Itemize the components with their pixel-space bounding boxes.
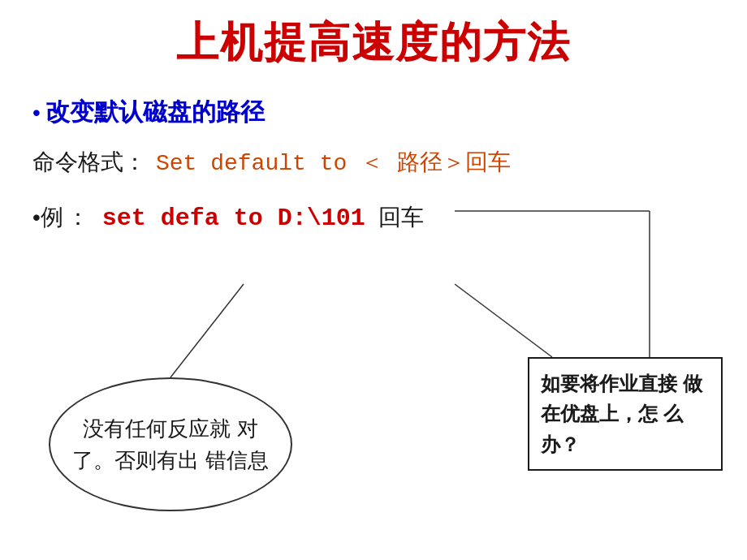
callout-ellipse-text: 没有任何反应就 对了。否则有出 错信息 bbox=[50, 405, 291, 485]
cmd-code: Set default to ＜ 路径＞回车 bbox=[156, 147, 511, 178]
example-line: •例 ： set defa to D:\101 回车 bbox=[0, 202, 747, 233]
ex-enter: 回车 bbox=[378, 202, 424, 233]
callout-rect: 如要将作业直接 做在优盘上，怎 么办？ bbox=[528, 357, 723, 471]
ex-code: set defa to D:\101 bbox=[102, 205, 365, 232]
bullet-text-1: 改变默认磁盘的路径 bbox=[45, 96, 265, 129]
svg-line-1 bbox=[455, 284, 552, 357]
bullet-dot-1: • bbox=[32, 100, 41, 126]
callout-rect-text: 如要将作业直接 做在优盘上，怎 么办？ bbox=[541, 368, 710, 459]
page-title: 上机提高速度的方法 bbox=[0, 0, 747, 80]
cmd-label: 命令格式： bbox=[32, 147, 146, 178]
callout-ellipse: 没有任何反应就 对了。否则有出 错信息 bbox=[49, 377, 292, 511]
ex-colon: ： bbox=[67, 202, 89, 233]
bullet-item-1: • 改变默认磁盘的路径 bbox=[0, 96, 747, 129]
command-line: 命令格式： Set default to ＜ 路径＞回车 bbox=[0, 147, 747, 178]
ex-bullet: •例 bbox=[32, 202, 63, 233]
svg-line-0 bbox=[171, 284, 244, 377]
